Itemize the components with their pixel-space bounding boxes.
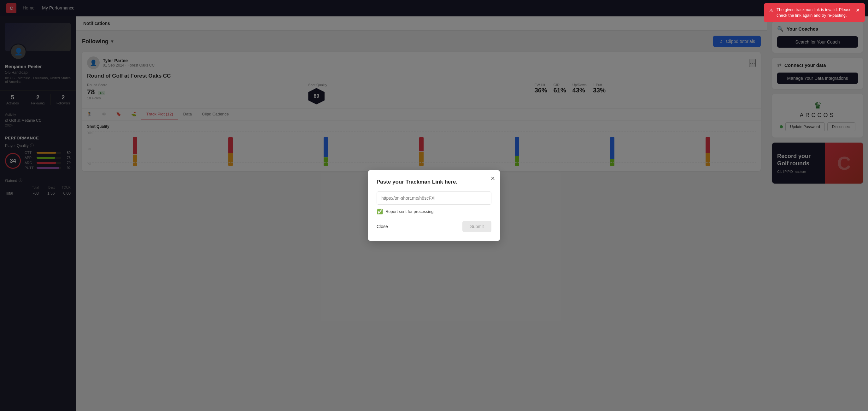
modal-close-x-button[interactable]: ✕ (491, 175, 495, 182)
modal-submit-button[interactable]: Submit (462, 221, 491, 232)
trackman-modal: Paste your Trackman Link here. ✕ ✅ Repor… (368, 170, 500, 241)
error-toast: ⚠ The given trackman link is invalid. Pl… (764, 3, 865, 22)
modal-actions: Close Submit (377, 221, 491, 232)
trackman-url-input[interactable] (377, 191, 491, 205)
warning-icon: ⚠ (769, 7, 773, 14)
modal-close-button[interactable]: Close (377, 224, 388, 229)
success-check-icon: ✅ (377, 209, 383, 215)
toast-close-button[interactable]: ✕ (856, 7, 860, 14)
modal-title: Paste your Trackman Link here. (377, 179, 491, 185)
modal-success-message: ✅ Report sent for processing (377, 209, 491, 215)
modal-overlay: Paste your Trackman Link here. ✕ ✅ Repor… (0, 0, 868, 411)
